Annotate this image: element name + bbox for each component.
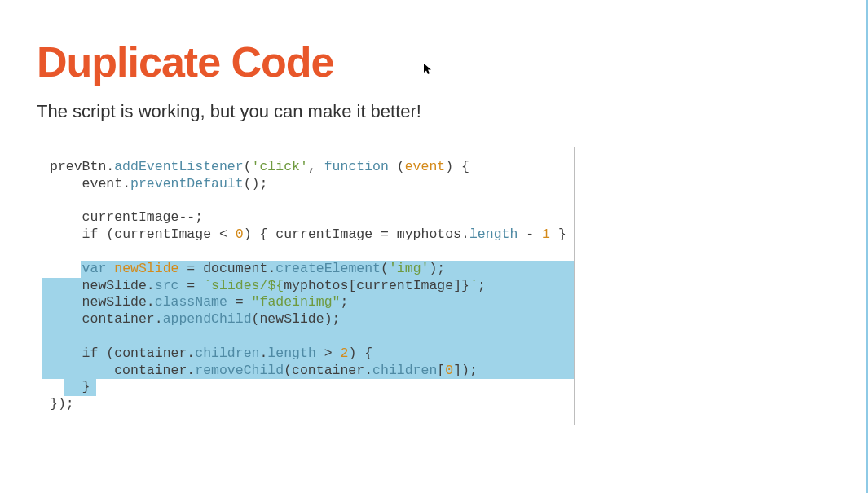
code-token: appendChild <box>163 311 252 327</box>
code-token: , <box>308 159 324 174</box>
code-token: } <box>550 227 566 242</box>
code-token: [ <box>348 278 356 293</box>
code-token: ` <box>469 278 478 293</box>
code-token: ) { <box>445 159 469 174</box>
slide-content: Duplicate Code The script is working, bu… <box>0 0 866 425</box>
code-token: ]); <box>453 363 478 378</box>
code-token: (container <box>284 363 364 378</box>
selection-highlight <box>42 328 575 346</box>
code-token: ( <box>381 261 389 276</box>
code-token: var <box>82 261 107 276</box>
code-line <box>46 328 566 346</box>
code-token: . <box>259 346 267 361</box>
code-token: . <box>106 159 114 174</box>
code-token: = <box>381 227 389 242</box>
code-token: function <box>324 159 389 174</box>
code-token: . <box>461 227 469 242</box>
code-token: . <box>147 294 155 310</box>
code-token: length <box>469 227 518 242</box>
code-token: . <box>187 363 195 378</box>
code-line-text <box>50 193 58 209</box>
code-token: newSlide <box>50 294 147 310</box>
code-token: ; <box>341 294 349 310</box>
code-token: removeChild <box>195 363 284 378</box>
code-token <box>316 346 324 361</box>
code-token: . <box>122 176 130 191</box>
code-line: currentImage--; <box>46 209 566 227</box>
code-line-text: } <box>50 379 90 394</box>
code-line-text: if (currentImage < 0) { currentImage = m… <box>50 227 566 242</box>
code-line: event.preventDefault(); <box>46 176 566 193</box>
code-token: 0 <box>445 363 453 378</box>
code-token: ); <box>429 261 445 276</box>
code-token: event <box>405 159 446 174</box>
code-token: . <box>267 261 275 276</box>
code-token: ]} <box>453 278 469 293</box>
code-token: (container <box>98 346 187 361</box>
code-token: 2 <box>341 346 349 361</box>
code-line <box>46 193 566 210</box>
code-token: . <box>187 346 195 361</box>
code-token: newSlide <box>114 261 178 276</box>
code-line-text: var newSlide = document.createElement('i… <box>50 261 445 276</box>
code-token: container <box>50 311 155 327</box>
code-token: . <box>364 363 372 378</box>
code-token: }); <box>50 396 74 412</box>
code-token: children <box>372 363 437 378</box>
code-token: - <box>526 227 534 242</box>
slide-subtitle: The script is working, but you can make … <box>37 101 830 122</box>
code-token: = <box>187 278 195 293</box>
code-token: ) { <box>348 346 372 361</box>
code-token <box>106 261 114 276</box>
code-token: (); <box>244 176 268 191</box>
code-line: container.appendChild(newSlide); <box>46 311 566 328</box>
code-token <box>518 227 526 242</box>
code-token: --; <box>178 209 203 225</box>
code-token <box>178 278 187 293</box>
code-token: newSlide <box>50 278 147 293</box>
code-token: addEventListener <box>114 159 243 174</box>
code-token: 1 <box>542 227 550 242</box>
code-token: ; <box>478 278 486 293</box>
code-token: (currentImage <box>98 227 219 242</box>
code-token: children <box>195 346 259 361</box>
code-line-text: newSlide.src = `slides/${myphotos[curren… <box>50 278 486 293</box>
code-line: }); <box>46 396 566 413</box>
code-token: (newSlide); <box>252 311 341 327</box>
code-token: = <box>236 294 244 310</box>
code-token: > <box>324 346 333 361</box>
code-token: . <box>147 278 155 293</box>
code-line: newSlide.src = `slides/${myphotos[curren… <box>46 278 566 295</box>
code-token: ( <box>389 159 405 174</box>
code-token: myphotos <box>284 278 348 293</box>
code-line-text: }); <box>50 396 74 412</box>
code-token: . <box>155 311 163 327</box>
code-token: createElement <box>275 261 381 276</box>
code-token <box>50 227 82 242</box>
code-token <box>227 227 236 242</box>
code-line-text: if (container.children.length > 2) { <box>50 346 372 361</box>
slide-title: Duplicate Code <box>37 41 830 83</box>
code-token <box>244 294 252 310</box>
code-token: } <box>50 379 90 394</box>
code-token <box>195 278 203 293</box>
code-token: document <box>195 261 267 276</box>
code-token: prevBtn <box>50 159 106 174</box>
code-line: } <box>46 379 566 396</box>
code-token: className <box>155 294 227 310</box>
code-token: ( <box>244 159 252 174</box>
code-token <box>50 346 82 361</box>
code-token: 'img' <box>389 261 430 276</box>
code-line-text: container.appendChild(newSlide); <box>50 311 340 327</box>
code-block: prevBtn.addEventListener('click', functi… <box>37 147 575 425</box>
code-token: 'click' <box>252 159 308 174</box>
code-token: < <box>219 227 227 242</box>
code-token: preventDefault <box>130 176 244 191</box>
code-token: [ <box>437 363 445 378</box>
code-token: event <box>50 176 122 191</box>
code-line-text <box>50 328 58 344</box>
code-token <box>50 261 82 276</box>
code-token: if <box>82 346 99 361</box>
code-line: if (currentImage < 0) { currentImage = m… <box>46 227 566 244</box>
code-token <box>227 294 236 310</box>
